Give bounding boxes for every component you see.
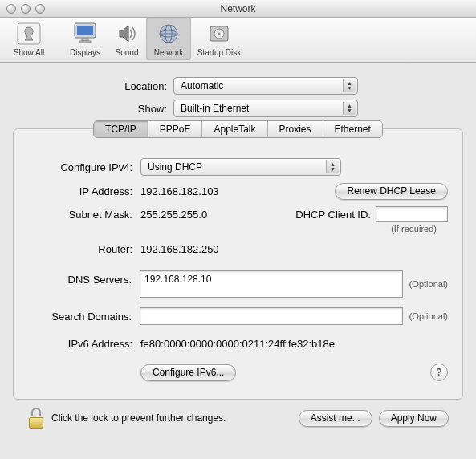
toolbar-label: Displays — [70, 48, 100, 57]
display-icon — [72, 21, 98, 47]
startup-disk-icon — [206, 21, 232, 47]
location-value: Automatic — [181, 80, 223, 91]
toolbar-show-all[interactable]: Show All — [6, 18, 51, 60]
tab-appletalk[interactable]: AppleTalk — [202, 121, 267, 137]
sound-icon — [114, 21, 140, 47]
ip-address-value: 192.168.182.103 — [140, 185, 219, 197]
chevron-updown-icon: ▲▼ — [343, 79, 356, 92]
router-value: 192.168.182.250 — [140, 243, 219, 255]
toolbar-label: Startup Disk — [197, 48, 241, 57]
toolbar: Show All Displays Sound — [0, 18, 476, 63]
configure-ipv4-label: Configure IPv4: — [28, 161, 140, 173]
toolbar-startup-disk[interactable]: Startup Disk — [193, 18, 246, 60]
chevron-updown-icon: ▲▼ — [326, 160, 339, 173]
dhcp-client-id-label: DHCP Client ID: — [295, 209, 371, 221]
help-button[interactable]: ? — [430, 364, 448, 381]
toolbar-displays[interactable]: Displays — [63, 18, 108, 60]
toolbar-label: Show All — [14, 48, 44, 57]
configure-ipv4-value: Using DHCP — [148, 161, 202, 173]
lock-text: Click the lock to prevent further change… — [51, 412, 226, 424]
search-domains-label: Search Domains: — [28, 311, 140, 323]
toolbar-sound[interactable]: Sound — [109, 18, 144, 60]
tab-row: TCP/IP PPPoE AppleTalk Proxies Ethernet — [93, 120, 383, 138]
toolbar-label: Network — [154, 48, 184, 57]
assist-me-button[interactable]: Assist me... — [299, 410, 372, 427]
subnet-value: 255.255.255.0 — [140, 206, 207, 221]
ipv6-address-value: fe80:0000:0000:0000:0211:24ff:fe32:b18e — [140, 338, 335, 350]
footer: Click the lock to prevent further change… — [13, 400, 463, 437]
dns-servers-input[interactable] — [140, 270, 403, 298]
close-icon[interactable] — [6, 4, 16, 14]
dhcp-client-id-input[interactable] — [376, 206, 448, 222]
lock-icon[interactable] — [27, 408, 45, 429]
settings-panel: TCP/IP PPPoE AppleTalk Proxies Ethernet … — [13, 128, 463, 400]
toolbar-label: Sound — [116, 48, 139, 57]
titlebar: Network — [0, 0, 476, 18]
content: Location: Automatic ▲▼ Show: Built-in Et… — [0, 63, 476, 443]
tab-ethernet[interactable]: Ethernet — [323, 121, 382, 137]
svg-rect-4 — [79, 41, 91, 43]
subnet-label: Subnet Mask: — [28, 206, 140, 221]
network-icon — [156, 21, 181, 47]
show-popup[interactable]: Built-in Ethernet ▲▼ — [173, 100, 358, 117]
ipv6-address-label: IPv6 Address: — [28, 338, 140, 350]
show-label: Show: — [13, 103, 173, 115]
dhcp-hint: (If required) — [391, 224, 437, 234]
search-optional: (Optional) — [409, 311, 448, 321]
toolbar-network[interactable]: Network — [146, 18, 191, 60]
minimize-icon[interactable] — [21, 4, 31, 14]
svg-point-11 — [218, 33, 221, 35]
configure-ipv4-popup[interactable]: Using DHCP ▲▼ — [140, 158, 341, 176]
tab-tcpip[interactable]: TCP/IP — [94, 121, 148, 137]
search-domains-input[interactable] — [140, 307, 403, 325]
tab-proxies[interactable]: Proxies — [268, 121, 323, 137]
dns-label: DNS Servers: — [28, 270, 140, 286]
window-controls — [0, 4, 45, 14]
tab-pppoe[interactable]: PPPoE — [148, 121, 203, 137]
location-label: Location: — [13, 80, 173, 92]
apply-now-button[interactable]: Apply Now — [379, 410, 449, 427]
show-value: Built-in Ethernet — [181, 103, 249, 114]
window-title: Network — [0, 3, 476, 14]
svg-rect-2 — [77, 26, 93, 35]
renew-dhcp-button[interactable]: Renew DHCP Lease — [335, 183, 448, 200]
configure-ipv6-button[interactable]: Configure IPv6... — [140, 364, 236, 381]
dns-optional: (Optional) — [409, 279, 448, 289]
router-label: Router: — [28, 243, 140, 255]
zoom-icon[interactable] — [35, 4, 45, 14]
ip-address-label: IP Address: — [28, 185, 140, 197]
chevron-updown-icon: ▲▼ — [343, 102, 356, 115]
show-all-icon — [16, 21, 42, 47]
location-popup[interactable]: Automatic ▲▼ — [173, 77, 358, 95]
